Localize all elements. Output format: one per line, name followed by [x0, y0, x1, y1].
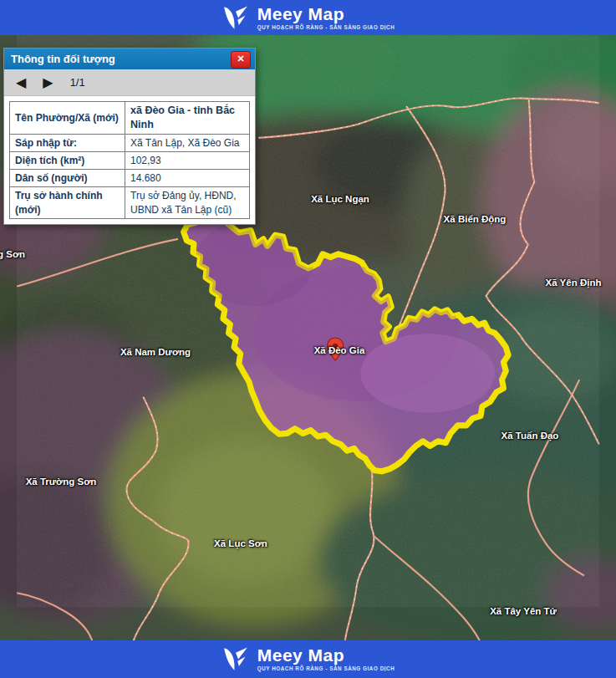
map-label: Xã Yên Định — [546, 278, 602, 288]
meey-map-logo-icon — [221, 646, 250, 672]
app-footer: Meey Map QUY HOẠCH RÕ RÀNG - SẴN SÀNG GI… — [0, 640, 616, 678]
map-label: Xã Tây Yên Tử — [490, 606, 557, 616]
row-label: Dân số (người) — [10, 170, 125, 187]
table-row: Dân số (người) 14.680 — [10, 170, 250, 187]
row-value: Trụ sở Đảng ủy, HĐND, UBND xã Tân Lập (c… — [125, 187, 250, 218]
table-row: Tên Phường/Xã (mới) xã Đèo Gia - tỉnh Bắ… — [10, 102, 250, 135]
map-label-selected-region: Xã Đèo Gia — [314, 345, 365, 355]
brand-name: Meey Map — [257, 646, 395, 664]
popup-pagination: ◀ ▶ 1/1 — [4, 69, 255, 96]
map-label: Xã Biển Động — [444, 214, 507, 224]
meey-map-logo: Meey Map QUY HOẠCH RÕ RÀNG - SẴN SÀNG GI… — [221, 5, 395, 31]
meey-map-logo: Meey Map QUY HOẠCH RÕ RÀNG - SẴN SÀNG GI… — [221, 646, 395, 672]
map-label: Xã Tuấn Đạo — [501, 431, 559, 441]
popup-title: Thông tin đối tượng — [4, 53, 115, 65]
prev-page-button[interactable]: ◀ — [11, 74, 31, 91]
row-label: Trụ sở hành chính (mới) — [10, 187, 125, 218]
map-label: Xã Trường Sơn — [26, 477, 97, 487]
object-info-table: Tên Phường/Xã (mới) xã Đèo Gia - tỉnh Bắ… — [9, 101, 250, 219]
row-value: xã Đèo Gia - tỉnh Bắc Ninh — [125, 102, 250, 135]
brand-name: Meey Map — [257, 5, 395, 23]
next-page-button[interactable]: ▶ — [38, 74, 58, 91]
map-label: Xã Nam Dương — [120, 347, 191, 357]
popup-titlebar[interactable]: Thông tin đối tượng ✕ — [4, 48, 255, 69]
table-row: Diện tích (km²) 102,93 — [10, 151, 250, 169]
table-row: Sáp nhập từ: Xã Tân Lập, Xã Đèo Gia — [10, 134, 250, 151]
row-label: Diện tích (km²) — [10, 151, 125, 169]
row-value: Xã Tân Lập, Xã Đèo Gia — [125, 134, 250, 151]
row-label: Tên Phường/Xã (mới) — [10, 102, 125, 135]
popup-body: Tên Phường/Xã (mới) xã Đèo Gia - tỉnh Bắ… — [4, 96, 255, 224]
page: { "header": { "brand": "Meey Map", "tagl… — [0, 0, 616, 678]
object-info-popup: Thông tin đối tượng ✕ ◀ ▶ 1/1 Tên Phường… — [3, 48, 256, 225]
brand-tagline: QUY HOẠCH RÕ RÀNG - SẴN SÀNG GIAO DỊCH — [257, 25, 395, 30]
meey-map-logo-icon — [221, 5, 250, 31]
brand-tagline: QUY HOẠCH RÕ RÀNG - SẴN SÀNG GIAO DỊCH — [257, 666, 395, 671]
map-label: Xã Lục Sơn — [214, 538, 267, 548]
map-label: g Sơn — [0, 249, 25, 259]
row-value: 14.680 — [125, 170, 250, 187]
row-label: Sáp nhập từ: — [10, 134, 125, 151]
row-value: 102,93 — [125, 151, 250, 169]
table-row: Trụ sở hành chính (mới) Trụ sở Đảng ủy, … — [10, 187, 250, 218]
close-icon[interactable]: ✕ — [231, 51, 251, 69]
page-indicator: 1/1 — [70, 76, 85, 89]
map-label: Xã Lục Ngạn — [311, 194, 369, 204]
app-header: Meey Map QUY HOẠCH RÕ RÀNG - SẴN SÀNG GI… — [0, 0, 616, 35]
